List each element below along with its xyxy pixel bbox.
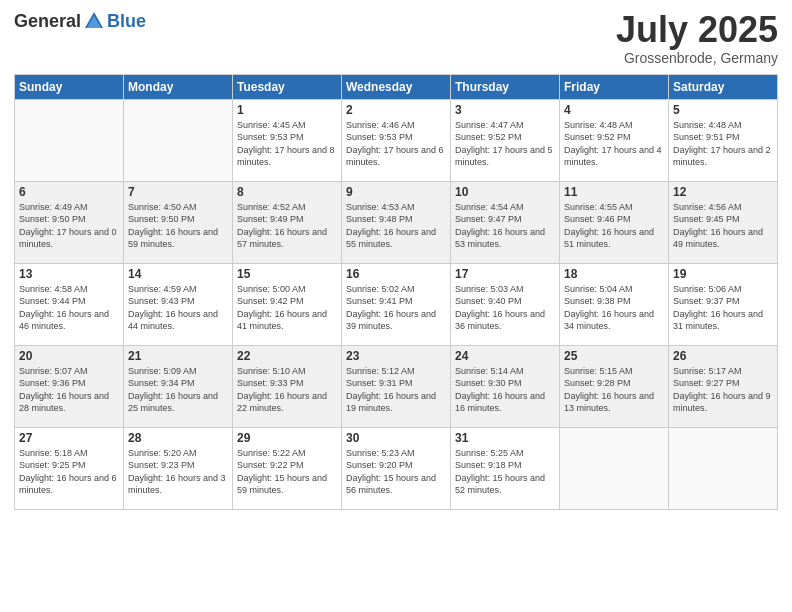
day-info: Sunrise: 4:59 AM Sunset: 9:43 PM Dayligh… <box>128 283 228 333</box>
calendar-week-row: 20Sunrise: 5:07 AM Sunset: 9:36 PM Dayli… <box>15 345 778 427</box>
table-row: 29Sunrise: 5:22 AM Sunset: 9:22 PM Dayli… <box>233 427 342 509</box>
day-number: 12 <box>673 185 773 199</box>
day-number: 7 <box>128 185 228 199</box>
table-row: 6Sunrise: 4:49 AM Sunset: 9:50 PM Daylig… <box>15 181 124 263</box>
table-row: 28Sunrise: 5:20 AM Sunset: 9:23 PM Dayli… <box>124 427 233 509</box>
day-number: 13 <box>19 267 119 281</box>
day-number: 6 <box>19 185 119 199</box>
day-number: 15 <box>237 267 337 281</box>
calendar: Sunday Monday Tuesday Wednesday Thursday… <box>14 74 778 510</box>
header-wednesday: Wednesday <box>342 74 451 99</box>
month-title: July 2025 <box>616 10 778 50</box>
day-number: 2 <box>346 103 446 117</box>
day-info: Sunrise: 4:50 AM Sunset: 9:50 PM Dayligh… <box>128 201 228 251</box>
day-number: 25 <box>564 349 664 363</box>
title-block: July 2025 Grossenbrode, Germany <box>616 10 778 66</box>
table-row: 23Sunrise: 5:12 AM Sunset: 9:31 PM Dayli… <box>342 345 451 427</box>
day-info: Sunrise: 4:55 AM Sunset: 9:46 PM Dayligh… <box>564 201 664 251</box>
day-info: Sunrise: 5:12 AM Sunset: 9:31 PM Dayligh… <box>346 365 446 415</box>
table-row: 5Sunrise: 4:48 AM Sunset: 9:51 PM Daylig… <box>669 99 778 181</box>
table-row: 4Sunrise: 4:48 AM Sunset: 9:52 PM Daylig… <box>560 99 669 181</box>
day-info: Sunrise: 5:00 AM Sunset: 9:42 PM Dayligh… <box>237 283 337 333</box>
table-row <box>15 99 124 181</box>
table-row: 27Sunrise: 5:18 AM Sunset: 9:25 PM Dayli… <box>15 427 124 509</box>
day-info: Sunrise: 5:25 AM Sunset: 9:18 PM Dayligh… <box>455 447 555 497</box>
day-number: 27 <box>19 431 119 445</box>
day-number: 9 <box>346 185 446 199</box>
day-number: 4 <box>564 103 664 117</box>
table-row <box>560 427 669 509</box>
table-row: 3Sunrise: 4:47 AM Sunset: 9:52 PM Daylig… <box>451 99 560 181</box>
day-info: Sunrise: 5:17 AM Sunset: 9:27 PM Dayligh… <box>673 365 773 415</box>
table-row: 30Sunrise: 5:23 AM Sunset: 9:20 PM Dayli… <box>342 427 451 509</box>
header-sunday: Sunday <box>15 74 124 99</box>
calendar-week-row: 6Sunrise: 4:49 AM Sunset: 9:50 PM Daylig… <box>15 181 778 263</box>
table-row: 26Sunrise: 5:17 AM Sunset: 9:27 PM Dayli… <box>669 345 778 427</box>
day-number: 28 <box>128 431 228 445</box>
table-row: 18Sunrise: 5:04 AM Sunset: 9:38 PM Dayli… <box>560 263 669 345</box>
calendar-week-row: 27Sunrise: 5:18 AM Sunset: 9:25 PM Dayli… <box>15 427 778 509</box>
table-row: 2Sunrise: 4:46 AM Sunset: 9:53 PM Daylig… <box>342 99 451 181</box>
table-row: 22Sunrise: 5:10 AM Sunset: 9:33 PM Dayli… <box>233 345 342 427</box>
logo-blue: Blue <box>107 11 146 31</box>
header-monday: Monday <box>124 74 233 99</box>
table-row: 9Sunrise: 4:53 AM Sunset: 9:48 PM Daylig… <box>342 181 451 263</box>
table-row: 25Sunrise: 5:15 AM Sunset: 9:28 PM Dayli… <box>560 345 669 427</box>
day-info: Sunrise: 4:45 AM Sunset: 9:53 PM Dayligh… <box>237 119 337 169</box>
day-number: 24 <box>455 349 555 363</box>
day-info: Sunrise: 5:14 AM Sunset: 9:30 PM Dayligh… <box>455 365 555 415</box>
day-number: 22 <box>237 349 337 363</box>
table-row <box>124 99 233 181</box>
day-info: Sunrise: 5:09 AM Sunset: 9:34 PM Dayligh… <box>128 365 228 415</box>
day-number: 10 <box>455 185 555 199</box>
logo-general: General <box>14 11 81 32</box>
table-row: 15Sunrise: 5:00 AM Sunset: 9:42 PM Dayli… <box>233 263 342 345</box>
day-info: Sunrise: 4:52 AM Sunset: 9:49 PM Dayligh… <box>237 201 337 251</box>
day-number: 11 <box>564 185 664 199</box>
day-info: Sunrise: 4:53 AM Sunset: 9:48 PM Dayligh… <box>346 201 446 251</box>
day-number: 18 <box>564 267 664 281</box>
header: General Blue July 2025 Grossenbrode, Ger… <box>14 10 778 66</box>
day-info: Sunrise: 5:03 AM Sunset: 9:40 PM Dayligh… <box>455 283 555 333</box>
day-number: 17 <box>455 267 555 281</box>
day-number: 31 <box>455 431 555 445</box>
day-number: 1 <box>237 103 337 117</box>
day-number: 26 <box>673 349 773 363</box>
table-row: 17Sunrise: 5:03 AM Sunset: 9:40 PM Dayli… <box>451 263 560 345</box>
table-row: 1Sunrise: 4:45 AM Sunset: 9:53 PM Daylig… <box>233 99 342 181</box>
day-info: Sunrise: 4:49 AM Sunset: 9:50 PM Dayligh… <box>19 201 119 251</box>
day-info: Sunrise: 4:56 AM Sunset: 9:45 PM Dayligh… <box>673 201 773 251</box>
day-info: Sunrise: 4:48 AM Sunset: 9:52 PM Dayligh… <box>564 119 664 169</box>
logo: General Blue <box>14 10 146 32</box>
table-row: 16Sunrise: 5:02 AM Sunset: 9:41 PM Dayli… <box>342 263 451 345</box>
calendar-week-row: 1Sunrise: 4:45 AM Sunset: 9:53 PM Daylig… <box>15 99 778 181</box>
day-info: Sunrise: 5:02 AM Sunset: 9:41 PM Dayligh… <box>346 283 446 333</box>
day-number: 5 <box>673 103 773 117</box>
table-row: 21Sunrise: 5:09 AM Sunset: 9:34 PM Dayli… <box>124 345 233 427</box>
header-saturday: Saturday <box>669 74 778 99</box>
logo-icon <box>83 10 105 32</box>
table-row: 20Sunrise: 5:07 AM Sunset: 9:36 PM Dayli… <box>15 345 124 427</box>
day-info: Sunrise: 4:58 AM Sunset: 9:44 PM Dayligh… <box>19 283 119 333</box>
table-row: 19Sunrise: 5:06 AM Sunset: 9:37 PM Dayli… <box>669 263 778 345</box>
day-info: Sunrise: 5:23 AM Sunset: 9:20 PM Dayligh… <box>346 447 446 497</box>
day-info: Sunrise: 5:15 AM Sunset: 9:28 PM Dayligh… <box>564 365 664 415</box>
day-info: Sunrise: 5:22 AM Sunset: 9:22 PM Dayligh… <box>237 447 337 497</box>
table-row: 24Sunrise: 5:14 AM Sunset: 9:30 PM Dayli… <box>451 345 560 427</box>
day-info: Sunrise: 4:46 AM Sunset: 9:53 PM Dayligh… <box>346 119 446 169</box>
header-tuesday: Tuesday <box>233 74 342 99</box>
day-info: Sunrise: 5:04 AM Sunset: 9:38 PM Dayligh… <box>564 283 664 333</box>
day-info: Sunrise: 5:06 AM Sunset: 9:37 PM Dayligh… <box>673 283 773 333</box>
table-row: 14Sunrise: 4:59 AM Sunset: 9:43 PM Dayli… <box>124 263 233 345</box>
day-info: Sunrise: 5:20 AM Sunset: 9:23 PM Dayligh… <box>128 447 228 497</box>
day-number: 30 <box>346 431 446 445</box>
day-number: 14 <box>128 267 228 281</box>
day-number: 21 <box>128 349 228 363</box>
day-info: Sunrise: 5:18 AM Sunset: 9:25 PM Dayligh… <box>19 447 119 497</box>
day-info: Sunrise: 4:48 AM Sunset: 9:51 PM Dayligh… <box>673 119 773 169</box>
day-number: 23 <box>346 349 446 363</box>
calendar-week-row: 13Sunrise: 4:58 AM Sunset: 9:44 PM Dayli… <box>15 263 778 345</box>
header-friday: Friday <box>560 74 669 99</box>
table-row: 10Sunrise: 4:54 AM Sunset: 9:47 PM Dayli… <box>451 181 560 263</box>
table-row: 8Sunrise: 4:52 AM Sunset: 9:49 PM Daylig… <box>233 181 342 263</box>
